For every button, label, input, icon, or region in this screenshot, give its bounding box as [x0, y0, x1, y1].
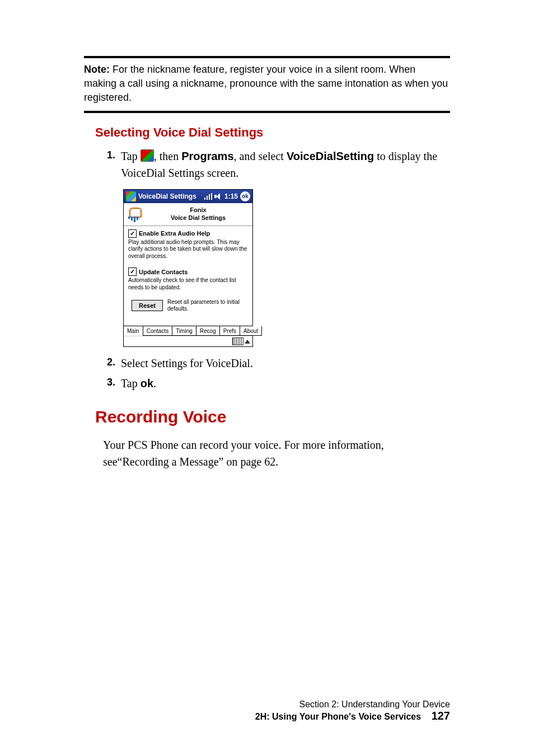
step-1: 1. Tap , then Programs, and select Voice… — [102, 148, 450, 181]
option-enable-audio-help: ✓ Enable Extra Audio Help Play additiona… — [128, 229, 248, 260]
opt1-desc: Play additional audio help prompts. This… — [128, 239, 248, 260]
step-number: 1. — [102, 148, 115, 163]
checkbox-enable-audio-help[interactable]: ✓ — [128, 229, 137, 238]
checkbox-update-contacts[interactable]: ✓ — [128, 267, 137, 276]
footer-page-number: 127 — [432, 710, 450, 722]
footer-chapter: 2H: Using Your Phone's Voice Services — [255, 712, 421, 721]
note-label: Note: — [84, 64, 110, 75]
tab-bar: Main Contacts Timing Recog Prefs About — [124, 326, 252, 336]
start-icon — [140, 149, 154, 162]
step-3: 3. Tap ok. — [102, 375, 450, 392]
opt1-label: Enable Extra Audio Help — [139, 230, 210, 237]
keyboard-icon[interactable] — [232, 337, 243, 345]
option-update-contacts: ✓ Update Contacts Automatically check to… — [128, 267, 248, 291]
sip-up-icon[interactable] — [245, 340, 250, 344]
ppc-titlebar: VoiceDial Settings 1:15 ok — [124, 190, 252, 203]
ppc-subtitle: Voice Dial Settings — [147, 214, 249, 222]
tab-contacts[interactable]: Contacts — [143, 326, 172, 336]
page-footer: Section 2: Understanding Your Device 2H:… — [0, 699, 534, 722]
ppc-time: 1:15 — [224, 192, 238, 200]
voicedial-app-icon — [127, 206, 143, 222]
embedded-screenshot: VoiceDial Settings 1:15 ok Fonix Voice D… — [123, 189, 450, 348]
step-2: 2. Select Settings for VoiceDial. — [102, 355, 450, 372]
heading-recording-voice: Recording Voice — [95, 407, 450, 426]
windows-flag-icon — [126, 191, 136, 201]
tab-about[interactable]: About — [240, 326, 262, 336]
ppc-header: Fonix Voice Dial Settings — [124, 203, 252, 226]
step3-post: . — [153, 377, 156, 389]
step1-programs: Programs — [181, 150, 233, 162]
step-number: 2. — [102, 355, 115, 370]
step-number: 3. — [102, 375, 115, 390]
ppc-title-text: VoiceDial Settings — [138, 192, 196, 200]
reset-desc: Reset all parameters to initial defaults… — [167, 299, 248, 312]
step1-voicedialsetting: VoiceDialSetting — [287, 150, 374, 162]
step3-ok: ok — [140, 377, 153, 389]
opt2-label: Update Contacts — [139, 269, 188, 275]
tab-prefs[interactable]: Prefs — [220, 326, 240, 336]
speaker-icon — [214, 193, 222, 200]
opt2-desc: Automatically check to see if the contac… — [128, 277, 248, 291]
note-block: Note: For the nickname feature, register… — [84, 56, 450, 113]
reset-button[interactable]: Reset — [132, 300, 163, 311]
step1-pre: Tap — [121, 150, 140, 162]
ppc-brand: Fonix — [147, 206, 249, 214]
note-text: For the nickname feature, register your … — [84, 64, 448, 103]
recording-voice-paragraph: Your PCS Phone can record your voice. Fo… — [103, 436, 416, 470]
step2-text: Select Settings for VoiceDial. — [121, 355, 450, 372]
step3-pre: Tap — [121, 377, 140, 389]
tab-recog[interactable]: Recog — [196, 326, 220, 336]
footer-section: Section 2: Understanding Your Device — [0, 699, 450, 710]
step1-mid1: , then — [154, 150, 181, 162]
step1-mid2: , and select — [234, 150, 287, 162]
tab-timing[interactable]: Timing — [172, 326, 196, 336]
ok-button[interactable]: ok — [240, 191, 250, 201]
section-heading: Selecting Voice Dial Settings — [95, 125, 450, 140]
signal-icon — [204, 193, 212, 200]
tab-main[interactable]: Main — [124, 326, 143, 336]
